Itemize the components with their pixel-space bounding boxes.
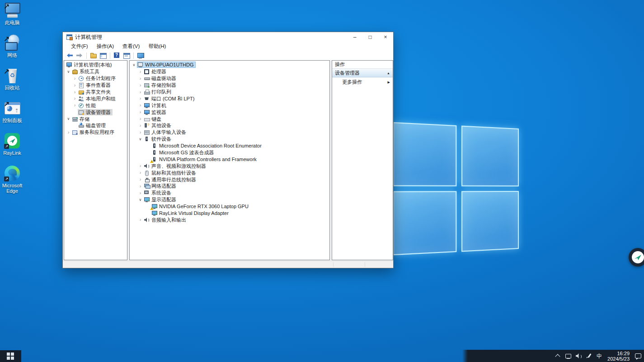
device-item-content[interactable]: RayLink Virtual Display Adapter <box>151 210 230 216</box>
tree-item-disk-management[interactable]: 磁盘管理 <box>64 122 127 129</box>
device-item-content[interactable]: 人体学输入设备 <box>143 129 188 135</box>
tree-item-task-scheduler[interactable]: 任务计划程序 <box>64 75 127 82</box>
tree-item-content[interactable]: 性能 <box>78 102 98 109</box>
tree-item-content[interactable]: 磁盘管理 <box>78 122 108 129</box>
device-item-content[interactable]: 显示适配器 <box>143 196 178 203</box>
ime-indicator[interactable]: 中 <box>597 353 602 359</box>
device-item-content[interactable]: 打印队列 <box>143 89 173 95</box>
tree-item-shared-folders[interactable]: 共享文件夹 <box>64 89 127 95</box>
tree-item-device-manager[interactable]: 设备管理器 <box>64 109 127 115</box>
device-node-computer[interactable]: 计算机 <box>130 102 329 109</box>
help-icon[interactable] <box>113 52 121 59</box>
device-item-content[interactable]: 存储控制器 <box>143 82 178 88</box>
tree-expander-icon[interactable] <box>72 82 78 89</box>
menu-action[interactable]: 操作(A) <box>93 42 118 51</box>
tree-expander-icon[interactable] <box>72 102 78 109</box>
start-button[interactable] <box>0 350 21 362</box>
tree-item-local-users-and-groups[interactable]: 本地用户和组 <box>64 95 127 102</box>
desktop-icon-raylink[interactable]: RayLink <box>0 132 24 156</box>
device-item-content[interactable]: 监视器 <box>143 109 168 115</box>
device-item-content[interactable]: 计算机 <box>143 102 168 109</box>
tree-expander-icon[interactable] <box>137 82 143 89</box>
tree-item-storage[interactable]: 存储 <box>64 115 127 122</box>
device-node-mice-and-pointing-devices[interactable]: 鼠标和其他指针设备 <box>130 169 329 176</box>
device-item-content[interactable]: 声音、视频和游戏控制器 <box>143 163 208 169</box>
tree-expander-icon[interactable] <box>137 102 143 109</box>
tree-item-content[interactable]: 设备管理器 <box>78 109 113 115</box>
tree-expander-icon[interactable] <box>137 122 143 129</box>
actions-section-device-manager[interactable]: 设备管理器 ▲ <box>332 69 393 77</box>
tree-expander-icon[interactable] <box>137 169 143 176</box>
tree-expander-icon[interactable] <box>137 109 143 115</box>
device-node-print-queues[interactable]: 打印队列 <box>130 89 329 95</box>
device-node-ms-gs-wavetable-synth[interactable]: Microsoft GS 波表合成器 <box>130 149 329 156</box>
desktop-icon-recycle-bin[interactable]: 回收站 <box>0 67 24 90</box>
device-node-software-devices[interactable]: 软件设备 <box>130 136 329 143</box>
device-node-monitors[interactable]: 监视器 <box>130 109 329 115</box>
tree-expander-icon[interactable] <box>137 115 143 122</box>
device-item-content[interactable]: 软件设备 <box>143 136 173 142</box>
maximize-button[interactable]: □ <box>362 32 378 42</box>
device-item-content[interactable]: 鼠标和其他指针设备 <box>143 170 198 176</box>
tree-expander-icon[interactable] <box>137 95 143 102</box>
device-node-ports-com-lpt[interactable]: 端口 (COM 和 LPT) <box>130 95 329 102</box>
action-center-icon[interactable] <box>635 353 641 359</box>
tree-expander-icon[interactable] <box>137 89 143 95</box>
device-item-content[interactable]: NVIDIA GeForce RTX 3060 Laptop GPU <box>151 203 250 210</box>
menu-file[interactable]: 文件(F) <box>67 42 92 51</box>
taskbar-clock[interactable]: 16:29 2024/5/23 <box>607 351 630 362</box>
tree-expander-icon[interactable] <box>137 183 143 190</box>
tree-item-content[interactable]: 服务和应用程序 <box>71 129 116 135</box>
device-item-content[interactable]: 键盘 <box>143 116 163 122</box>
device-item-content[interactable]: WIN-0PUAO1UTHDG <box>137 62 196 68</box>
device-node-raylink-virtual-display-adapter[interactable]: RayLink Virtual Display Adapter <box>130 210 329 217</box>
title-bar[interactable]: 计算机管理 – □ × <box>63 32 393 42</box>
network-tray-icon[interactable] <box>565 353 572 359</box>
device-node-computer-win-0puao1uthdg[interactable]: WIN-0PUAO1UTHDG <box>130 62 329 68</box>
desktop-icon-control-panel[interactable]: 控制面板 <box>0 100 24 123</box>
device-item-content[interactable]: 系统设备 <box>143 190 173 196</box>
tree-item-content[interactable]: 共享文件夹 <box>78 89 113 95</box>
tree-item-content[interactable]: 任务计划程序 <box>78 75 118 81</box>
tree-expander-icon[interactable] <box>137 75 143 82</box>
volume-tray-icon[interactable] <box>576 353 582 359</box>
tree-item-event-viewer[interactable]: 事件查看器 <box>64 82 127 89</box>
export-list-icon[interactable] <box>90 52 97 59</box>
tree-expander-icon[interactable] <box>137 196 143 203</box>
device-node-processors[interactable]: 处理器 <box>130 68 329 75</box>
forward-icon[interactable] <box>76 52 83 59</box>
desktop-icon-edge[interactable]: Microsoft Edge <box>0 165 24 194</box>
tree-expander-icon[interactable] <box>131 62 137 68</box>
device-item-content[interactable]: 音频输入和输出 <box>143 217 188 223</box>
device-item-content[interactable]: 磁盘驱动器 <box>143 75 178 81</box>
tree-item-content[interactable]: 事件查看器 <box>78 82 113 88</box>
tree-expander-icon[interactable] <box>66 68 71 75</box>
tree-item-content[interactable]: 存储 <box>71 116 91 122</box>
menu-help[interactable]: 帮助(H) <box>145 42 169 51</box>
tree-expander-icon[interactable] <box>66 129 71 136</box>
raylink-tray-icon[interactable] <box>586 353 592 359</box>
device-node-network-adapters[interactable]: 网络适配器 <box>130 183 329 190</box>
device-node-ms-device-association-root-enumerator[interactable]: Microsoft Device Association Root Enumer… <box>130 143 329 149</box>
tree-item-performance[interactable]: 性能 <box>64 102 127 109</box>
desktop-icon-network[interactable]: 网络 <box>0 34 24 58</box>
show-console-tree-icon[interactable] <box>99 52 107 59</box>
device-item-content[interactable]: 通用串行总线控制器 <box>143 176 198 183</box>
tree-expander-icon[interactable] <box>66 115 71 122</box>
device-node-nvidia-rtx-3060-laptop-gpu[interactable]: NVIDIA GeForce RTX 3060 Laptop GPU <box>130 203 329 210</box>
collapse-arrow-icon[interactable]: ▲ <box>387 71 390 75</box>
device-item-content[interactable]: NVIDIA Platform Controllers and Framewor… <box>151 156 259 162</box>
tray-expand-chevron-icon[interactable] <box>555 353 561 359</box>
device-item-content[interactable]: 端口 (COM 和 LPT) <box>143 95 196 102</box>
tree-expander-icon[interactable] <box>137 136 143 143</box>
device-node-usb-controllers[interactable]: 通用串行总线控制器 <box>130 176 329 183</box>
device-node-keyboards[interactable]: 键盘 <box>130 115 329 122</box>
tree-item-computer-management-local[interactable]: 计算机管理(本地) <box>64 62 127 68</box>
device-node-audio-inputs-and-outputs[interactable]: 音频输入和输出 <box>130 216 329 223</box>
close-button[interactable]: × <box>378 32 393 42</box>
console-window-icon[interactable] <box>123 52 130 59</box>
tree-expander-icon[interactable] <box>137 162 143 169</box>
tree-item-system-tools[interactable]: 系统工具 <box>64 68 127 75</box>
tree-expander-icon[interactable] <box>72 75 78 82</box>
device-node-display-adapters[interactable]: 显示适配器 <box>130 196 329 203</box>
